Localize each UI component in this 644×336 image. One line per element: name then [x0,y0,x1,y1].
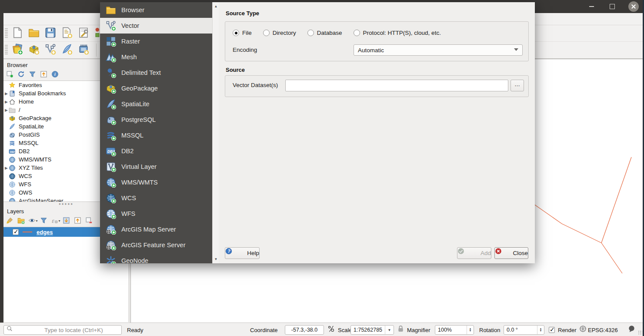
expander-icon[interactable]: ▶ [5,108,8,112]
dialog-tab[interactable]: WCS [100,190,212,206]
browse-button[interactable]: … [511,80,524,91]
new-spatialite-layer-icon[interactable] [61,44,74,57]
menu-item[interactable] [6,17,13,21]
expander-icon[interactable]: ▶ [5,100,8,104]
dialog-tab[interactable]: MSSQL [100,128,212,143]
open-data-source-manager-icon[interactable] [12,44,25,57]
chevron-down-icon[interactable]: ▼ [385,326,394,334]
menu-item[interactable] [34,17,41,21]
scale-label: Scale [338,325,352,335]
crs-status[interactable]: EPSG:4326 [588,325,618,335]
dialog-tab[interactable]: GeoPackage [100,81,212,96]
left-dock-toolbar-strip [0,13,3,323]
resize-grip[interactable] [638,330,642,335]
new-project-icon[interactable] [12,27,25,40]
help-button[interactable]: ?Help [225,247,260,259]
show-layout-manager-icon[interactable] [78,27,91,40]
svg-text:i: i [54,72,56,77]
menu-item[interactable] [13,17,20,21]
locate-input[interactable] [44,327,121,333]
source-type-radio[interactable]: Database [307,30,342,36]
dialog-tab[interactable]: Mesh [100,49,212,65]
close-button[interactable]: Close [494,247,528,259]
add-selected-layers-icon[interactable] [6,71,14,79]
new-print-layout-icon[interactable] [61,27,74,40]
save-project-icon[interactable] [45,27,58,40]
new-shapefile-layer-icon[interactable] [45,44,58,57]
collapse-all-icon[interactable] [40,71,48,79]
dialog-tab[interactable]: Raster [100,34,212,49]
dialog-tab[interactable]: Browser [100,2,212,18]
encoding-label: Encoding [233,47,257,53]
source-type-radio[interactable]: Directory [263,30,296,36]
dialog-tab[interactable]: Vector [100,18,212,34]
magnifier-spinbox[interactable]: 100% ▲▼ [435,325,474,335]
render-toggle[interactable]: Render [549,325,577,335]
layer-name: edges [37,229,53,235]
extents-toggle-icon[interactable] [327,325,335,333]
encoding-dropdown[interactable]: Automatic [354,44,523,56]
dialog-tab[interactable]: Virtual Layer [100,159,212,175]
menu-item[interactable] [27,17,34,21]
scale-combobox[interactable]: 1:75262785 ▼ [350,325,394,335]
add-button[interactable]: Add [457,247,491,259]
dialog-tab[interactable]: WFS [100,206,212,222]
filter-legend-icon[interactable] [40,217,48,225]
manage-map-themes-icon[interactable]: ▾ [29,217,37,225]
spin-arrows-icon[interactable]: ▲▼ [467,326,474,334]
dialog-tab-scrollbar[interactable]: ▲ ▼ [212,2,219,263]
refresh-icon[interactable] [17,71,26,79]
add-group-icon[interactable] [17,217,26,225]
layer-visibility-checkbox[interactable] [13,229,19,235]
collapse-all-layers-icon[interactable] [74,217,82,225]
radio-icon[interactable] [307,30,314,36]
status-bar: Ready Coordinate -57.3,-38.0 Scale 1:752… [0,323,644,336]
open-project-icon[interactable] [28,27,41,40]
menu-item[interactable] [20,17,27,21]
radio-icon[interactable] [354,30,360,36]
toolbar-handle[interactable] [5,45,8,55]
dialog-tab[interactable]: GeoNode [100,253,212,263]
remove-layer-icon[interactable] [85,217,93,225]
dialog-tab[interactable]: Delimited Text [100,65,212,81]
expander-icon[interactable]: ▶ [5,91,8,96]
scroll-up-icon[interactable]: ▲ [213,3,219,10]
crs-globe-icon[interactable] [579,325,587,333]
toolbar-handle[interactable] [5,28,8,39]
spin-arrows-icon[interactable]: ▲▼ [537,326,544,334]
filter-by-expression-icon[interactable]: ε▾ [51,217,60,225]
coordinate-value[interactable]: -57.3,-38.0 [285,325,324,335]
minimize-button[interactable] [587,2,596,11]
source-type-radio[interactable]: Protocol: HTTP(S), cloud, etc. [354,30,441,36]
close-window-button[interactable] [628,1,639,12]
source-type-header: Source Type [226,10,259,17]
dialog-tab[interactable]: ArcGIS Feature Server [100,237,212,253]
scroll-down-icon[interactable]: ▼ [213,256,219,262]
dialog-tab[interactable]: ArcGIS Map Server [100,222,212,237]
expander-icon[interactable]: ▶ [5,166,8,170]
vector-dataset-label: Vector Dataset(s) [233,82,278,88]
locator-search[interactable] [3,325,122,335]
vector-dataset-input[interactable] [285,80,508,91]
rotation-spinbox[interactable]: 0.0 ° ▲▼ [504,325,544,335]
maximize-button[interactable] [607,2,617,11]
filter-browser-icon[interactable] [29,71,37,79]
properties-widget-icon[interactable]: i [51,71,60,79]
source-type-radio[interactable]: File [233,30,252,36]
lock-scale-icon[interactable] [397,325,404,333]
render-checkbox[interactable] [549,327,555,333]
dialog-tab[interactable]: PostgreSQL [100,112,212,128]
expand-all-icon[interactable] [63,217,71,225]
radio-icon[interactable] [263,30,270,36]
dialog-tab[interactable]: DB2 DB2 [100,143,212,159]
messages-icon[interactable] [628,325,635,333]
new-mesh-layer-icon[interactable] [78,44,91,57]
dialog-main-panel: Source Type File Directory Database Pro [219,2,535,263]
new-geopackage-layer-icon[interactable] [28,44,41,57]
dialog-tab[interactable]: SpatiaLite [100,96,212,112]
dialog-tab[interactable]: WMS/WMTS [100,175,212,190]
magnifier-label: Magnifier [407,325,430,335]
radio-icon[interactable] [233,30,239,36]
svg-text:?: ? [228,249,230,254]
open-layer-styling-icon[interactable] [6,217,14,225]
